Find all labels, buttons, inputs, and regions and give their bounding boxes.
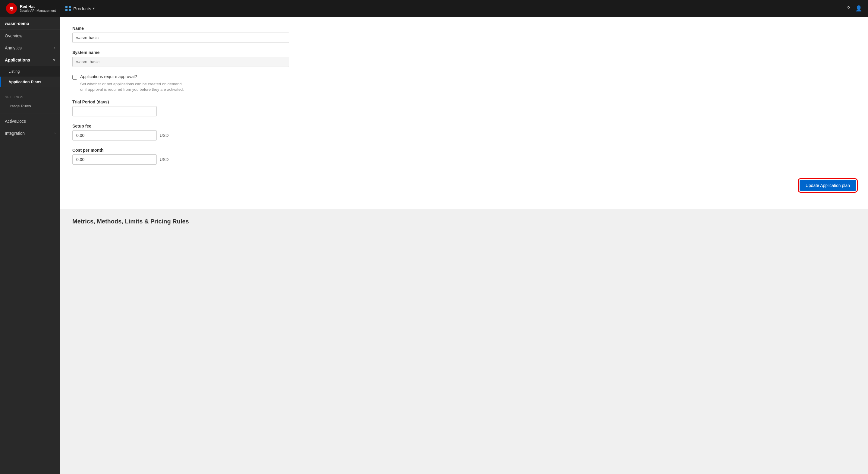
sidebar: wasm-demo Overview Analytics › Applicati… [0, 17, 60, 474]
svg-rect-2 [69, 6, 71, 8]
approval-hint: Set whether or not applications can be c… [80, 81, 856, 92]
products-label: Products [73, 6, 91, 11]
chevron-right-icon-2: › [54, 131, 56, 136]
name-input[interactable] [72, 33, 289, 43]
settings-section-label: Settings [5, 95, 24, 99]
svg-rect-1 [65, 6, 67, 8]
sidebar-overview-label: Overview [5, 33, 22, 38]
sidebar-activedocs-label: ActiveDocs [5, 119, 26, 124]
sidebar-item-application-plans[interactable]: Application Plans [0, 77, 60, 87]
setup-fee-input-group: USD [72, 130, 856, 141]
sidebar-item-usage-rules[interactable]: Usage Rules [0, 101, 60, 111]
trial-period-label: Trial Period (days) [72, 99, 856, 104]
system-name-field-group: System name [72, 50, 856, 67]
sidebar-settings-section: Settings [0, 91, 60, 101]
approval-field-group: Applications require approval? Set wheth… [72, 74, 856, 92]
top-nav: Red Hat 3scale API Management Products ▾… [0, 0, 868, 17]
cost-per-month-input[interactable] [72, 154, 157, 165]
system-name-label: System name [72, 50, 856, 55]
name-field-group: Name [72, 26, 856, 43]
brand-sub: 3scale API Management [20, 9, 56, 13]
sidebar-analytics-label: Analytics [5, 46, 22, 50]
sidebar-item-analytics[interactable]: Analytics › [0, 42, 60, 54]
trial-period-input[interactable] [72, 106, 157, 116]
products-menu[interactable]: Products ▾ [65, 5, 95, 12]
sidebar-divider [0, 89, 60, 89]
cost-per-month-field-group: Cost per month USD [72, 148, 856, 165]
chevron-down-icon: ▾ [93, 6, 95, 10]
user-icon[interactable]: 👤 [855, 5, 862, 12]
chevron-down-icon: ∨ [53, 58, 56, 62]
approval-label[interactable]: Applications require approval? [80, 74, 137, 79]
sidebar-applications-label: Applications [5, 58, 30, 62]
setup-fee-input[interactable] [72, 130, 157, 141]
name-label: Name [72, 26, 856, 31]
form-actions: Update Application plan [72, 180, 856, 191]
sidebar-item-applications[interactable]: Applications ∨ [0, 54, 60, 66]
sidebar-integration-label: Integration [5, 131, 25, 136]
trial-period-field-group: Trial Period (days) [72, 99, 856, 116]
sidebar-application-plans-label: Application Plans [8, 80, 41, 84]
products-icon [65, 5, 71, 12]
sidebar-usage-rules-label: Usage Rules [8, 104, 31, 108]
sidebar-item-activedocs[interactable]: ActiveDocs [0, 115, 60, 127]
approval-checkbox-row: Applications require approval? [72, 74, 856, 80]
approval-checkbox[interactable] [72, 75, 77, 80]
brand-text: Red Hat 3scale API Management [20, 4, 56, 13]
sidebar-item-listing[interactable]: Listing [0, 66, 60, 77]
help-icon[interactable]: ? [847, 5, 850, 12]
redhat-logo-icon [6, 3, 17, 14]
sidebar-item-overview[interactable]: Overview [0, 30, 60, 42]
svg-rect-4 [69, 9, 71, 11]
form-divider [72, 174, 856, 174]
sidebar-divider-2 [0, 113, 60, 113]
update-application-plan-button[interactable]: Update Application plan [800, 180, 856, 191]
setup-fee-unit: USD [160, 133, 169, 138]
setup-fee-field-group: Setup fee USD [72, 124, 856, 141]
setup-fee-label: Setup fee [72, 124, 856, 128]
system-name-input [72, 57, 289, 67]
chevron-right-icon: › [54, 46, 56, 50]
sidebar-listing-label: Listing [8, 69, 20, 73]
svg-rect-3 [65, 9, 67, 11]
brand-logo[interactable]: Red Hat 3scale API Management [6, 3, 56, 14]
form-card: Name System name Applications require ap… [60, 17, 868, 209]
sidebar-item-integration[interactable]: Integration › [0, 127, 60, 139]
main-content: Name System name Applications require ap… [60, 17, 868, 474]
cost-per-month-label: Cost per month [72, 148, 856, 153]
metrics-section-title: Metrics, Methods, Limits & Pricing Rules [60, 209, 868, 231]
sidebar-sub-applications: Listing Application Plans [0, 66, 60, 87]
brand-name: Red Hat [20, 4, 56, 9]
cost-per-month-unit: USD [160, 157, 169, 162]
sidebar-tenant[interactable]: wasm-demo [0, 17, 60, 30]
nav-right: ? 👤 [847, 5, 862, 12]
cost-per-month-input-group: USD [72, 154, 856, 165]
